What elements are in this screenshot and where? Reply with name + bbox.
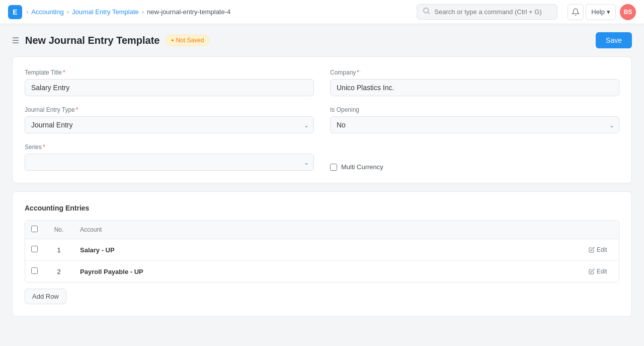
account-col-header: Account (74, 221, 579, 239)
search-bar[interactable] (417, 4, 557, 20)
breadcrumb-accounting[interactable]: Accounting (31, 8, 63, 16)
row-account: Salary - UP (74, 239, 579, 261)
topnav-actions: Help ▾ BS (568, 4, 636, 20)
search-icon (423, 8, 430, 16)
journal-entry-type-wrapper: Journal Entry (25, 116, 314, 133)
row-actions: Edit (579, 239, 619, 261)
form-grid: Template Title* Company* Journal Entry T… (25, 69, 619, 171)
accounting-entries-title: Accounting Entries (25, 204, 619, 212)
breadcrumb-icon: › (26, 8, 28, 16)
page-header-left: ☰ New Journal Entry Template Not Saved (12, 35, 209, 46)
breadcrumb-journal-entry-template[interactable]: Journal Entry Template (72, 8, 139, 16)
multi-currency-checkbox-group: Multi Currency (330, 161, 619, 171)
row-account: Payroll Payable - UP (74, 261, 579, 283)
is-opening-group: Is Opening No (330, 106, 619, 133)
series-select[interactable] (25, 154, 314, 171)
add-row-button[interactable]: Add Row (25, 289, 66, 304)
table-row: 1 Salary - UP Edit (25, 239, 619, 261)
breadcrumb: › Accounting › Journal Entry Template › … (26, 8, 230, 16)
journal-entry-type-label: Journal Entry Type* (25, 106, 314, 113)
accounting-entries-card: Accounting Entries No. Account (12, 191, 632, 317)
app-logo[interactable]: E (8, 5, 22, 19)
breadcrumb-sep-2: › (142, 8, 144, 16)
row-checkbox[interactable] (31, 246, 38, 252)
row-number: 2 (44, 261, 74, 283)
table-header: No. Account (25, 221, 619, 239)
row-actions: Edit (579, 261, 619, 283)
multi-currency-group: Multi Currency (330, 144, 619, 171)
is-opening-label: Is Opening (330, 106, 619, 113)
help-button[interactable]: Help ▾ (586, 4, 616, 20)
series-wrapper (25, 154, 314, 171)
chevron-down-icon: ▾ (607, 8, 610, 16)
svg-line-1 (428, 12, 430, 14)
edit-button[interactable]: Edit (585, 244, 611, 255)
table-body: 1 Salary - UP Edit 2 Payroll Payable - U… (25, 239, 619, 283)
series-label: Series* (25, 144, 314, 151)
actions-col-header (579, 221, 619, 239)
no-col-header: No. (44, 221, 74, 239)
series-group: Series* (25, 144, 314, 171)
journal-entry-type-select[interactable]: Journal Entry (25, 116, 314, 133)
help-label: Help (591, 8, 605, 16)
row-checkbox-cell (25, 239, 44, 261)
accounting-entries-table-wrapper: No. Account 1 Salary - UP Ed (25, 220, 619, 283)
multi-currency-label[interactable]: Multi Currency (341, 163, 383, 171)
page-header: ☰ New Journal Entry Template Not Saved S… (0, 24, 644, 56)
notifications-button[interactable] (568, 4, 584, 20)
template-title-label: Template Title* (25, 69, 314, 76)
is-opening-wrapper: No (330, 116, 619, 133)
company-label: Company* (330, 69, 619, 76)
topnav: E › Accounting › Journal Entry Template … (0, 0, 644, 24)
svg-point-0 (424, 8, 429, 13)
row-number: 1 (44, 239, 74, 261)
company-input[interactable] (330, 79, 619, 96)
breadcrumb-sep-1: › (67, 8, 69, 16)
search-input[interactable] (434, 8, 551, 16)
select-all-col (25, 221, 44, 239)
accounting-entries-table: No. Account 1 Salary - UP Ed (25, 221, 619, 282)
row-checkbox-cell (25, 261, 44, 283)
template-title-group: Template Title* (25, 69, 314, 96)
avatar[interactable]: BS (620, 4, 636, 20)
main-content: Template Title* Company* Journal Entry T… (0, 56, 644, 337)
save-button[interactable]: Save (596, 32, 632, 48)
breadcrumb-current: new-journal-entry-template-4 (147, 8, 230, 16)
multi-currency-checkbox[interactable] (330, 164, 337, 171)
edit-button[interactable]: Edit (585, 266, 611, 277)
company-group: Company* (330, 69, 619, 96)
journal-entry-type-group: Journal Entry Type* Journal Entry (25, 106, 314, 133)
status-badge: Not Saved (166, 35, 209, 46)
sidebar-toggle[interactable]: ☰ (12, 36, 19, 45)
template-title-input[interactable] (25, 79, 314, 96)
row-checkbox[interactable] (31, 267, 38, 274)
form-card: Template Title* Company* Journal Entry T… (12, 56, 632, 183)
page-title: New Journal Entry Template (25, 35, 159, 46)
select-all-checkbox[interactable] (31, 226, 38, 232)
is-opening-select[interactable]: No (330, 116, 619, 133)
table-row: 2 Payroll Payable - UP Edit (25, 261, 619, 283)
